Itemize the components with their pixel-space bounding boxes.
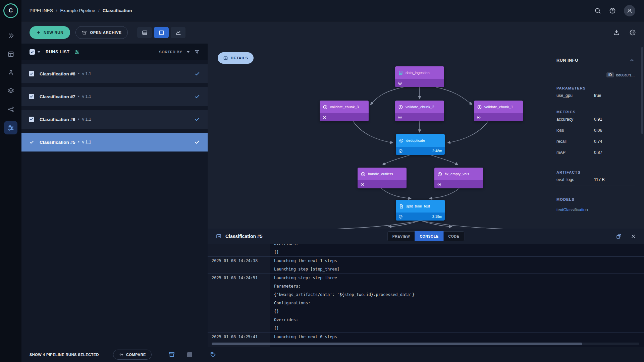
run-status-check-icon [194, 71, 200, 77]
console-timestamp [208, 316, 270, 324]
console-timestamp [208, 248, 270, 256]
nav-models[interactable] [4, 103, 17, 116]
dag-node-handle-outliers[interactable]: handle_outliers [358, 168, 407, 188]
id-badge: ID [606, 72, 614, 77]
horizontal-scrollbar-track[interactable] [212, 343, 639, 345]
run-id-value[interactable]: bd00a0f1... [616, 73, 635, 77]
sorted-by-caret-icon[interactable] [187, 51, 190, 53]
breadcrumb: PIPELINES / Example Pipeline / Classific… [30, 8, 132, 13]
toolbar-right-actions [613, 29, 644, 36]
run-version: v 1.1 [82, 94, 91, 99]
details-button[interactable]: DETAILS [218, 52, 254, 64]
nav-datasets[interactable] [4, 47, 17, 61]
tag-action-icon[interactable] [210, 351, 216, 358]
tab-code[interactable]: CODE [443, 231, 465, 241]
close-icon[interactable] [631, 234, 636, 239]
console-row: {} [208, 248, 644, 256]
nav-projects[interactable] [4, 29, 17, 42]
dag-node-fix-empty-vals[interactable]: fix_empty_vals [434, 168, 483, 188]
row-checkbox[interactable] [29, 117, 34, 122]
run-info-title: RUN INFO [556, 58, 578, 63]
dag-node-deduplicate[interactable]: deduplicate 2:48m [396, 134, 445, 155]
select-all-checkbox[interactable] [30, 49, 35, 55]
run-row-classification-6[interactable]: Classification #6 • v 1.1 [21, 110, 208, 129]
maximize-icon[interactable] [616, 233, 622, 239]
node-header: validate_chunk_1 [474, 101, 523, 113]
parameter-value: true [594, 93, 601, 98]
runs-rows: Classification #8 • v 1.1 Classification… [21, 60, 208, 152]
tab-preview[interactable]: PREVIEW [387, 231, 415, 241]
nav-pipelines[interactable] [4, 121, 17, 134]
node-footer: 2:48m [396, 147, 445, 155]
archive-icon [82, 30, 87, 35]
select-all-caret-icon[interactable] [38, 51, 40, 53]
run-row-classification-5[interactable]: Classification #5 • v 1.1 [21, 133, 208, 152]
help-icon[interactable] [609, 7, 616, 14]
console-row: {} [208, 324, 644, 333]
table-view-toggle[interactable] [137, 27, 152, 38]
run-row-classification-8[interactable]: Classification #8 • v 1.1 [21, 64, 208, 83]
download-icon[interactable] [613, 29, 620, 36]
panel-expand-icon[interactable] [216, 233, 222, 239]
check-icon [30, 72, 34, 76]
nav-layers[interactable] [4, 84, 17, 98]
split-view-toggle[interactable] [154, 27, 169, 38]
parameter-row: use_gpu true [556, 90, 635, 101]
dag-node-data-ingestion[interactable]: data_ingestion [395, 66, 444, 87]
node-footer [395, 79, 444, 87]
dag-node-validate-chunk-2[interactable]: validate_chunk_2 [395, 101, 444, 121]
check-icon [30, 117, 34, 121]
open-archive-button[interactable]: OPEN ARCHIVE [75, 26, 128, 39]
console-text: Launching step [step_three] [270, 265, 339, 274]
dag-edges [208, 44, 550, 229]
sorted-by-label[interactable]: SORTED BY [159, 50, 182, 54]
vertical-scrollbar[interactable] [641, 47, 643, 134]
person-icon [627, 8, 633, 14]
run-version: v 1.1 [82, 117, 91, 122]
chevron-circle-icon [398, 105, 403, 110]
node-label: validate_chunk_2 [406, 105, 434, 109]
tab-console[interactable]: CONSOLE [415, 231, 443, 241]
pipeline-dag[interactable]: DETAILS [208, 44, 550, 229]
filter-sliders-icon[interactable] [74, 49, 80, 55]
chart-view-toggle[interactable] [171, 27, 185, 38]
filter-funnel-icon[interactable] [194, 49, 200, 55]
check-icon [30, 50, 34, 54]
console-text: {'kwargs_artifacts/data': '${step_two.id… [270, 291, 415, 299]
bullet-separator: • [78, 94, 79, 99]
new-run-button[interactable]: NEW RUN [30, 26, 70, 39]
chevron-circle-icon [437, 172, 442, 177]
node-label: validate_chunk_1 [484, 105, 513, 109]
breadcrumb-pipelines[interactable]: PIPELINES [30, 8, 53, 13]
row-checkbox[interactable] [29, 139, 34, 145]
clearml-logo[interactable]: C [0, 0, 21, 21]
runs-list-title: RUNS LIST [46, 50, 69, 54]
console-timestamp [208, 307, 270, 316]
row-checkbox[interactable] [29, 94, 34, 99]
run-row-classification-7[interactable]: Classification #7 • v 1.1 [21, 87, 208, 106]
row-checkbox[interactable] [29, 71, 34, 76]
reports-icon [7, 69, 14, 76]
archive-action-icon[interactable] [168, 351, 175, 358]
running-jobs-icon[interactable] [629, 29, 636, 36]
compare-button[interactable]: COMPARE [113, 350, 152, 360]
model-link[interactable]: textClassification [556, 207, 635, 212]
nav-reports[interactable] [4, 66, 17, 79]
search-icon[interactable] [594, 7, 601, 14]
horizontal-scrollbar-thumb[interactable] [212, 343, 582, 345]
dag-node-validate-chunk-3[interactable]: validate_chunk_3 [320, 101, 369, 121]
dag-node-split-train-test[interactable]: split_train_test 3:19m [396, 200, 445, 221]
run-name: Classification #5 [40, 140, 75, 145]
breadcrumb-project[interactable]: Example Pipeline [60, 8, 95, 13]
console-log[interactable]: Overrides: {} 2025-01-08 14:24:38Launchi… [208, 244, 644, 347]
dag-node-validate-chunk-1[interactable]: validate_chunk_1 [474, 101, 523, 121]
parameter-label: use_gpu [556, 93, 594, 98]
user-avatar[interactable] [624, 5, 635, 16]
node-header: deduplicate [396, 134, 445, 147]
node-header: fix_empty_vals [434, 168, 483, 180]
console-row: {} [208, 307, 644, 316]
collapse-chevron-up-icon[interactable] [629, 58, 635, 63]
selection-summary[interactable]: SHOW 4 PIPELINE RUNS SELECTED [30, 353, 99, 357]
console-text: {} [270, 324, 279, 333]
stop-action-icon[interactable] [187, 352, 192, 357]
